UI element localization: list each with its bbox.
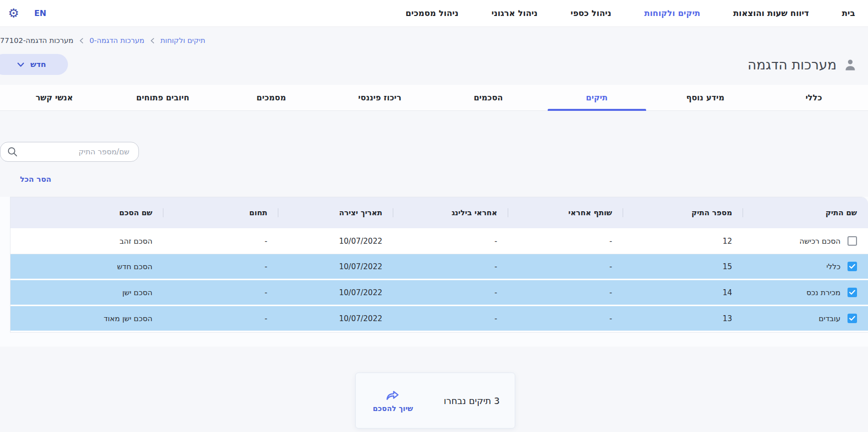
page-title: מערכות הדגמה: [748, 57, 837, 72]
nav-item-time-expense-reporting[interactable]: דיווח שעות והוצאות: [733, 8, 809, 18]
creation-date: 10/07/2022: [278, 314, 393, 323]
nav-item-document-management[interactable]: ניהול מסמכים: [406, 8, 459, 18]
search-input[interactable]: [0, 142, 139, 162]
agreement-name: הסכם ישן מאוד: [10, 314, 163, 323]
column-header-case-name: שם התיק: [743, 208, 868, 217]
case-number: 12: [623, 237, 743, 246]
assign-to-agreement-button[interactable]: שיוך להסכם: [370, 389, 416, 413]
nav-side-controls: EN ⚙: [8, 7, 46, 19]
agreement-name: הסכם ישן: [10, 288, 163, 297]
tab-open-charges[interactable]: חיובים פתוחים: [108, 85, 217, 110]
column-header-agreement-name: שם הסכם: [10, 208, 163, 217]
chevron-left-icon: [150, 37, 155, 44]
domain: -: [163, 288, 278, 297]
breadcrumb-cases-clients[interactable]: תיקים ולקוחות: [160, 36, 205, 44]
settings-gear-icon[interactable]: ⚙: [8, 7, 19, 19]
new-button-label: חדש: [30, 60, 46, 69]
case-number: 15: [623, 262, 743, 271]
person-icon: [844, 58, 857, 71]
selection-summary: 3 תיקים נבחרו: [444, 396, 500, 406]
tab-contacts[interactable]: אנשי קשר: [0, 85, 108, 110]
domain: -: [163, 237, 278, 246]
column-header-domain: תחום: [163, 208, 278, 217]
table-zone: שם התיק מספר התיק שותף אחראי אחראי בילינ…: [0, 197, 868, 347]
language-toggle[interactable]: EN: [34, 8, 46, 18]
billing-manager: -: [393, 237, 508, 246]
page-header: מערכות הדגמה חדש: [0, 50, 868, 79]
nav-item-cases-clients[interactable]: תיקים ולקוחות: [644, 8, 700, 18]
cases-table: שם התיק מספר התיק שותף אחראי אחראי בילינ…: [10, 197, 868, 333]
creation-date: 10/07/2022: [278, 262, 393, 271]
tab-agreements[interactable]: הסכמים: [434, 85, 543, 110]
chevron-left-icon: [79, 37, 84, 44]
column-header-responsible-partner: שותף אחראי: [508, 208, 623, 217]
responsible-partner: -: [508, 262, 623, 271]
nav-item-financial-management[interactable]: ניהול כספי: [571, 8, 611, 18]
case-number: 13: [623, 314, 743, 323]
responsible-partner: -: [508, 314, 623, 323]
agreement-name: הסכם חדש: [10, 262, 163, 271]
filters-section: הסר הכל: [0, 111, 868, 184]
tab-general[interactable]: כללי: [760, 85, 868, 110]
share-arrow-icon: [385, 389, 401, 402]
billing-manager: -: [393, 314, 508, 323]
breadcrumb-current-client: מערכות הדגמה-77102: [0, 36, 73, 44]
search-icon: [6, 146, 18, 160]
case-name: הסכם רכישה: [800, 237, 841, 246]
row-checkbox[interactable]: [848, 288, 857, 297]
tab-documents[interactable]: מסמכים: [217, 85, 325, 110]
row-checkbox[interactable]: [848, 236, 857, 246]
case-name: עובדים: [819, 314, 841, 323]
nav-item-home[interactable]: בית: [842, 8, 855, 18]
tab-additional-info[interactable]: מידע נוסף: [651, 85, 760, 110]
case-search: [0, 142, 139, 162]
responsible-partner: -: [508, 288, 623, 297]
tab-cases[interactable]: תיקים: [543, 85, 651, 110]
main-menu: בית דיווח שעות והוצאות תיקים ולקוחות ניה…: [406, 8, 855, 18]
table-row[interactable]: כללי 15 - - 10/07/2022 - הסכם חדש: [10, 254, 868, 280]
case-name: מכירת נכס: [807, 288, 841, 297]
billing-manager: -: [393, 262, 508, 271]
column-header-case-number: מספר התיק: [623, 208, 743, 217]
table-header-row: שם התיק מספר התיק שותף אחראי אחראי בילינ…: [10, 197, 868, 228]
assign-to-agreement-label: שיוך להסכם: [373, 405, 413, 413]
table-row[interactable]: הסכם רכישה 12 - - 10/07/2022 - הסכם זהב: [10, 228, 868, 254]
responsible-partner: -: [508, 237, 623, 246]
chevron-down-icon: [17, 62, 24, 67]
breadcrumb-demo-systems-0[interactable]: מערכות הדגמה-0: [89, 36, 144, 44]
billing-manager: -: [393, 288, 508, 297]
case-number: 14: [623, 288, 743, 297]
case-name: כללי: [827, 262, 841, 271]
breadcrumb: תיקים ולקוחות מערכות הדגמה-0 מערכות הדגמ…: [0, 27, 868, 49]
new-button[interactable]: חדש: [0, 54, 68, 75]
selection-panel: 3 תיקים נבחרו שיוך להסכם: [355, 373, 515, 429]
top-navigation: בית דיווח שעות והוצאות תיקים ולקוחות ניה…: [0, 0, 868, 27]
row-checkbox[interactable]: [848, 314, 857, 323]
row-checkbox[interactable]: [848, 262, 857, 271]
nav-item-org-management[interactable]: ניהול ארגוני: [491, 8, 537, 18]
domain: -: [163, 314, 278, 323]
clear-all-link[interactable]: הסר הכל: [20, 175, 51, 184]
creation-date: 10/07/2022: [278, 237, 393, 246]
column-header-creation-date: תאריך יצירה: [278, 208, 393, 217]
column-header-billing-manager: אחראי בילינג: [393, 208, 508, 217]
agreement-name: הסכם זהב: [10, 237, 163, 246]
table-row[interactable]: עובדים 13 - - 10/07/2022 - הסכם ישן מאוד: [10, 306, 868, 332]
domain: -: [163, 262, 278, 271]
creation-date: 10/07/2022: [278, 288, 393, 297]
tab-bar: כללי מידע נוסף תיקים הסכמים ריכוז פיננסי…: [0, 85, 868, 111]
tab-financial-summary[interactable]: ריכוז פיננסי: [325, 85, 434, 110]
table-row[interactable]: מכירת נכס 14 - - 10/07/2022 - הסכם ישן: [10, 280, 868, 306]
